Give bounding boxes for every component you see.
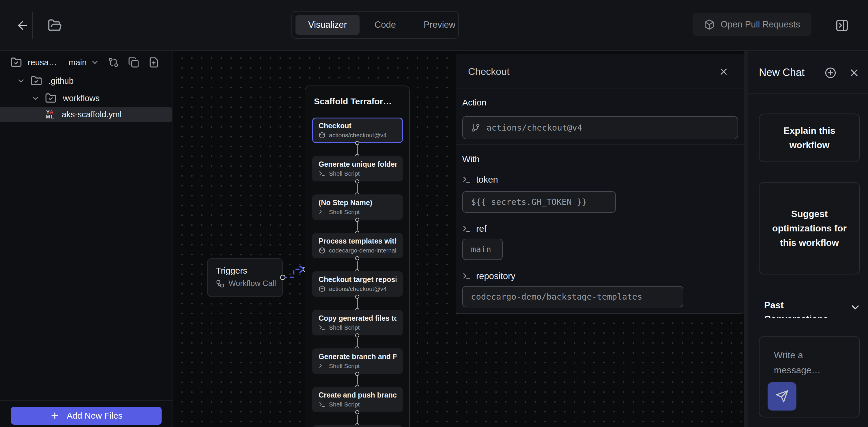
step-node[interactable]: Process templates with … codecargo-demo-…	[312, 233, 403, 258]
chevron-down-icon	[31, 94, 40, 103]
field-value-text: main	[471, 245, 491, 254]
chat-title: New Chat	[759, 66, 805, 79]
tree-row-aks-scaffold[interactable]: YAML aks-scaffold.yml	[0, 107, 172, 122]
suggestion-optimize-workflow[interactable]: Suggest optimizations for this workflow	[759, 182, 860, 275]
chevron-down-icon	[849, 302, 861, 313]
open-folder-button[interactable]	[45, 16, 65, 35]
workflow-icon	[216, 279, 224, 288]
step-title: Generate branch and PR…	[318, 352, 397, 361]
field-name: ref	[476, 224, 487, 234]
field-value-text: ${{ secrets.GH_TOKEN }}	[471, 197, 587, 207]
repo-name[interactable]: reusa…	[28, 58, 57, 67]
tab-code[interactable]: Code	[362, 15, 409, 35]
add-new-files-label: Add New Files	[67, 411, 122, 421]
package-icon	[704, 19, 715, 30]
tab-visualizer[interactable]: Visualizer	[296, 15, 360, 35]
topbar-divider	[32, 11, 33, 39]
step-connector	[355, 220, 361, 233]
tree-label: workflows	[63, 94, 99, 103]
tree-row-github[interactable]: .github	[17, 74, 73, 88]
step-node[interactable]: Generate branch and PR… Shell Script	[312, 348, 403, 374]
terminal-icon	[318, 208, 326, 216]
field-value-ref[interactable]: main	[462, 239, 503, 260]
folder-check-icon	[31, 75, 42, 87]
folder-check-icon	[45, 92, 57, 104]
action-input[interactable]: actions/checkout@v4	[462, 116, 738, 139]
details-title: Checkout	[468, 66, 509, 77]
arrow-left-icon	[16, 19, 29, 32]
details-header: Checkout	[456, 54, 744, 88]
yaml-file-icon: YAML	[43, 108, 57, 121]
toggle-right-panel-button[interactable]	[832, 15, 852, 36]
field-value-repository[interactable]: codecargo-demo/backstage-templates	[462, 286, 683, 307]
box-icon	[318, 285, 326, 292]
git-compare-icon[interactable]	[108, 57, 119, 68]
suggestion-label: Suggest optimizations for this workflow	[771, 206, 848, 250]
send-icon	[775, 390, 788, 403]
back-button[interactable]	[13, 16, 32, 35]
terminal-icon	[318, 363, 326, 370]
step-connector	[355, 143, 361, 156]
add-new-files-button[interactable]: Add New Files	[11, 407, 162, 425]
step-title: Process templates with …	[318, 237, 397, 245]
job-group[interactable]: Scaffold Terrafor… Checkout actions/chec…	[305, 86, 410, 427]
plus-icon	[50, 411, 60, 421]
folder-check-icon	[10, 57, 22, 68]
step-title: Generate unique folder …	[318, 160, 397, 168]
triggers-node[interactable]: Triggers Workflow Call	[207, 258, 283, 297]
triggers-subtitle: Workflow Call	[228, 279, 276, 288]
tab-preview[interactable]: Preview	[411, 15, 468, 35]
step-node[interactable]: (No Step Name) Shell Script	[312, 194, 403, 220]
tree-row-workflows[interactable]: workflows	[31, 91, 99, 106]
open-pull-requests-label: Open Pull Requests	[720, 19, 800, 30]
terminal-icon	[318, 401, 326, 408]
step-connector	[355, 258, 361, 271]
suggestion-explain-workflow[interactable]: Explain this workflow	[759, 114, 860, 162]
panel-splitter[interactable]	[744, 51, 748, 427]
step-node[interactable]: Copy generated files to … Shell Script	[312, 310, 403, 335]
step-subtitle: Shell Script	[329, 208, 360, 216]
chevron-down-icon[interactable]	[91, 58, 99, 67]
chevron-down-icon	[17, 77, 25, 85]
circle-plus-icon[interactable]	[824, 66, 837, 79]
repo-actions	[108, 55, 159, 70]
terminal-icon	[462, 272, 471, 281]
box-icon	[318, 247, 326, 254]
field-label-ref: ref	[462, 224, 487, 234]
terminal-icon	[318, 324, 326, 331]
close-icon[interactable]	[718, 66, 729, 77]
file-plus-icon[interactable]	[148, 57, 159, 68]
copy-icon[interactable]	[128, 57, 139, 68]
tree-label: .github	[49, 76, 73, 86]
step-node[interactable]: Generate unique folder … Shell Script	[312, 156, 403, 181]
action-label: Action	[462, 98, 486, 108]
job-title: Scaffold Terrafor…	[314, 96, 401, 106]
step-connector	[355, 374, 361, 387]
step-node-partial[interactable]	[312, 425, 403, 427]
step-node[interactable]: Checkout target reposit… actions/checkou…	[312, 271, 403, 297]
close-icon[interactable]	[848, 67, 860, 79]
step-subtitle: Shell Script	[329, 324, 360, 331]
message-composer[interactable]: Write a message…	[759, 336, 860, 418]
terminal-icon	[318, 170, 326, 177]
with-label: With	[462, 154, 479, 164]
field-value-token[interactable]: ${{ secrets.GH_TOKEN }}	[462, 191, 616, 212]
step-node[interactable]: Create and push branch… Shell Script	[312, 387, 403, 412]
tree-label: aks-scaffold.yml	[62, 110, 122, 119]
sidebar-divider	[0, 400, 173, 401]
step-subtitle: actions/checkout@v4	[329, 132, 387, 139]
panel-right-icon	[835, 19, 849, 32]
open-pull-requests-button[interactable]: Open Pull Requests	[692, 13, 811, 36]
top-bar: Visualizer Code Preview Open Pull Reques…	[0, 0, 868, 51]
send-button[interactable]	[768, 382, 797, 410]
step-subtitle: actions/checkout@v4	[329, 285, 387, 292]
triggers-title: Triggers	[216, 266, 282, 276]
field-name: repository	[476, 271, 516, 281]
step-node-checkout[interactable]: Checkout actions/checkout@v4	[312, 118, 403, 143]
past-conversations-toggle[interactable]: Past Conversations (1)	[748, 294, 868, 318]
step-title: Checkout target reposit…	[318, 275, 397, 284]
step-details-panel: Checkout Action actions/checkout@v4 With…	[456, 54, 744, 314]
field-label-token: token	[462, 174, 498, 185]
branch-name[interactable]: main	[69, 58, 87, 67]
terminal-icon	[462, 225, 471, 233]
